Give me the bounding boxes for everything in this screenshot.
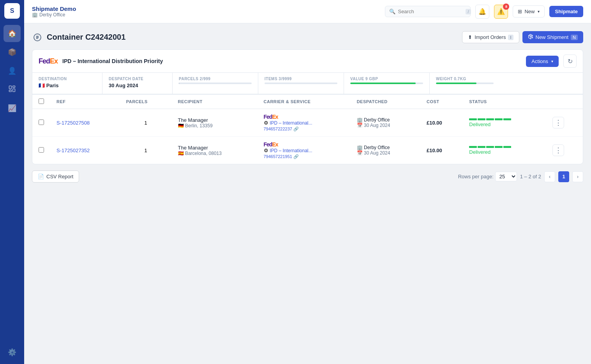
content-area: Container C24242001 ⬆ Import Orders I xyxy=(24,23,591,364)
select-all-header xyxy=(32,95,50,109)
despatch-date-stat: DESPATCH DATE 30 Aug 2024 xyxy=(102,73,173,94)
row2-carrier-logo: FedEx xyxy=(264,141,344,148)
refresh-button[interactable]: ↻ xyxy=(563,55,577,68)
value-stat: VALUE 9 GBP xyxy=(344,73,430,94)
row2-bar3 xyxy=(486,146,494,148)
row2-checkbox[interactable] xyxy=(39,147,44,153)
table-row: S-1725027352 1 The Manager 🇪🇸 Barcelona,… xyxy=(32,137,583,164)
building-icon-2: 🏢 xyxy=(357,145,363,150)
sidebar-item-packages[interactable]: 📦 xyxy=(4,44,21,61)
calendar-icon: 📅 xyxy=(357,123,363,128)
row1-date: 📅 30 Aug 2024 xyxy=(357,123,414,128)
row1-cost-value: £10.00 xyxy=(427,120,442,126)
items-bar xyxy=(265,83,337,84)
row1-recipient-location: 🇩🇪 Berlin, 13359 xyxy=(178,123,251,128)
search-shortcut: / xyxy=(466,9,471,14)
row1-status-bars xyxy=(469,118,540,120)
destination-value: 🇫🇷 Paris xyxy=(39,83,96,88)
new-button[interactable]: ⊞ New ▾ xyxy=(513,5,545,18)
row2-cost-value: £10.00 xyxy=(427,148,442,153)
table-body: S-1725027508 1 The Manager 🇩🇪 Berlin, 13… xyxy=(32,109,583,164)
import-orders-button[interactable]: ⬆ Import Orders I xyxy=(462,31,519,43)
users-icon: 👤 xyxy=(8,67,16,75)
row2-checkbox-cell xyxy=(32,137,50,164)
row2-bar2 xyxy=(478,146,485,148)
search-icon: 🔍 xyxy=(389,9,395,14)
search-box[interactable]: 🔍 / xyxy=(385,6,471,17)
sidebar-logo[interactable]: S xyxy=(4,3,20,19)
search-input[interactable] xyxy=(398,9,463,14)
bell-icon: 🔔 xyxy=(478,8,486,15)
new-shipment-button[interactable]: New Shipment N xyxy=(522,31,584,43)
building-icon: 🏢 xyxy=(357,117,363,123)
sidebar-item-analytics[interactable] xyxy=(4,81,21,98)
row2-parcels: 1 xyxy=(120,137,172,164)
settings-button[interactable]: ⚙️ xyxy=(4,344,21,361)
analytics-icon xyxy=(8,85,16,95)
row1-bar3 xyxy=(486,118,494,120)
notifications-button[interactable]: 🔔 xyxy=(475,5,489,19)
svg-rect-3 xyxy=(9,90,12,91)
weight-bar-fill xyxy=(436,83,476,84)
select-all-checkbox[interactable] xyxy=(39,98,44,104)
despatch-date-value: 30 Aug 2024 xyxy=(109,83,166,88)
row1-checkbox[interactable] xyxy=(39,120,44,125)
row1-fedex-logo: FedEx xyxy=(264,114,278,120)
refresh-icon: ↻ xyxy=(568,58,573,65)
pagination: Rows per page: 25 50 100 1 – 2 of 2 ‹ 1 … xyxy=(458,171,583,182)
sidebar-nav: 🏠 📦 👤 📈 xyxy=(4,25,21,344)
next-page-button[interactable]: › xyxy=(572,171,583,182)
row1-more: ⋮ xyxy=(546,109,583,137)
app-subtitle: 🏢 Derby Office xyxy=(32,12,380,18)
parcels-bar xyxy=(179,83,252,84)
row2-service-name: IPD – International... xyxy=(270,148,312,153)
row2-service-icon: ⚙ xyxy=(264,148,268,153)
alerts-button[interactable]: ⚠️ 8 xyxy=(494,5,508,19)
add-package-icon xyxy=(528,34,533,40)
import-shortcut: I xyxy=(508,35,513,40)
row1-office: 🏢 Derby Office xyxy=(357,117,414,123)
row2-despatched: 🏢 Derby Office 📅 30 Aug 2024 xyxy=(351,137,420,164)
row2-carrier-service: FedEx ⚙ IPD – International... 794657221… xyxy=(258,137,351,164)
row1-checkbox-cell xyxy=(32,109,50,137)
home-icon: 🏠 xyxy=(8,29,16,38)
svg-point-7 xyxy=(531,37,533,38)
destination-label: DESTINATION xyxy=(39,77,96,81)
sidebar-item-reports[interactable]: 📈 xyxy=(4,100,21,117)
plus-square-icon: ⊞ xyxy=(518,9,522,14)
destination-flag: 🇫🇷 xyxy=(39,83,45,88)
rows-per-page-select[interactable]: 25 50 100 xyxy=(495,172,517,181)
prev-page-button[interactable]: ‹ xyxy=(544,171,555,182)
sidebar-item-home[interactable]: 🏠 xyxy=(4,25,21,42)
status-header: STATUS xyxy=(463,95,546,109)
row1-tracking-link[interactable]: 794657222237 🔗 xyxy=(264,127,299,131)
row1-bar5 xyxy=(503,118,511,120)
row1-ref-link[interactable]: S-1725027508 xyxy=(56,120,90,126)
row2-recipient-name: The Manager xyxy=(178,145,251,151)
gear-icon: ⚙️ xyxy=(8,348,16,357)
row2-tracking-link[interactable]: 794657221951 🔗 xyxy=(264,154,299,159)
sidebar-item-users[interactable]: 👤 xyxy=(4,62,21,79)
ref-header: REF xyxy=(50,95,120,109)
row1-bar1 xyxy=(469,118,477,120)
value-bar-fill xyxy=(350,83,416,84)
service-name: IPD – International Distribution Priorit… xyxy=(62,58,521,64)
row1-more-button[interactable]: ⋮ xyxy=(552,117,564,128)
row2-bar1 xyxy=(469,146,477,148)
main-area: Shipmate Demo 🏢 Derby Office 🔍 / 🔔 ⚠️ 8 … xyxy=(24,0,591,364)
row2-bar4 xyxy=(495,146,503,148)
weight-label: WEIGHT 0.7KG xyxy=(436,77,494,81)
table-header: REF PARCELS RECIPIENT CARRIER & SERVICE xyxy=(32,95,583,109)
row2-ref-link[interactable]: S-1725027352 xyxy=(56,148,90,153)
app-title-area: Shipmate Demo 🏢 Derby Office xyxy=(32,5,380,18)
csv-report-button[interactable]: 📄 CSV Report xyxy=(32,171,79,183)
value-label: VALUE 9 GBP xyxy=(350,77,423,81)
row2-bar5 xyxy=(503,146,511,148)
row2-more-button[interactable]: ⋮ xyxy=(552,144,564,156)
row2-status-bars xyxy=(469,146,540,148)
row1-carrier-service: FedEx ⚙ IPD – International... 794657222… xyxy=(258,109,351,137)
current-page-button[interactable]: 1 xyxy=(558,171,569,182)
shipmate-button[interactable]: Shipmate xyxy=(549,6,583,17)
destination-stat: DESTINATION 🇫🇷 Paris xyxy=(32,73,102,94)
actions-button[interactable]: Actions ▾ xyxy=(526,56,559,67)
